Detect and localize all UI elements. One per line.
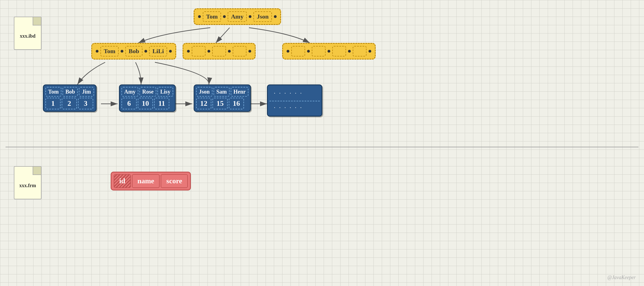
- leaf-2-name-2: Lisy: [157, 87, 173, 97]
- leaf-3-num-row: 12 15 16: [196, 98, 248, 109]
- schema-name-cell: name: [132, 174, 160, 188]
- leaf-2-name-1: Rose: [139, 87, 156, 97]
- leaf-1-name-2: Jim: [79, 87, 94, 97]
- btree-l2r-cell-3: [353, 46, 367, 56]
- dot: [228, 50, 231, 53]
- dot: [249, 15, 251, 18]
- leaf-1-num-0: 1: [45, 98, 61, 109]
- ibd-file-label: xxx.ibd: [20, 33, 36, 39]
- leaf-2-name-row: Amy Rose Lisy: [121, 87, 173, 97]
- schema-id-cell: id: [114, 174, 131, 188]
- leaf-4-dots-top: · · · · · ·: [274, 90, 303, 97]
- leaf-3-num-1: 15: [212, 98, 228, 109]
- dot: [307, 50, 310, 53]
- dot: [207, 50, 210, 53]
- leaf-node-4: · · · · · · · · · · · ·: [267, 84, 322, 117]
- leaf-2-name-0: Amy: [121, 87, 138, 97]
- btree-l2r-cell-1: [312, 46, 326, 56]
- btree-level2-mid: [183, 43, 256, 60]
- section-divider: [6, 147, 638, 147]
- leaf-node-2: Amy Rose Lisy 6 10 11: [119, 84, 176, 112]
- btree-l2l-cell-0: Tom: [100, 46, 119, 56]
- btree-level2-left: Tom Bob LiLi: [91, 43, 176, 60]
- frm-file-icon: xxx.frm: [14, 166, 41, 199]
- ibd-file-icon: xxx.ibd: [14, 17, 41, 50]
- leaf-4-dots-2: · · · · · ·: [269, 101, 320, 114]
- dot: [121, 50, 123, 53]
- dot: [96, 50, 98, 53]
- btree-l2r-cell-0: [291, 46, 305, 56]
- leaf-4-dots-bottom: · · · · · ·: [274, 104, 303, 111]
- btree-level2-right: [282, 43, 376, 60]
- leaf-2-num-1: 10: [138, 98, 153, 109]
- leaf-3-num-0: 12: [196, 98, 211, 109]
- leaf-4-dots-1: · · · · · ·: [269, 87, 320, 100]
- btree-l2l-cell-1: Bob: [125, 46, 142, 56]
- leaf-1-num-row: 1 2 3: [45, 98, 94, 109]
- btree-l2r-cell-2: [332, 46, 346, 56]
- btree-root-cell-2: Json: [253, 11, 272, 22]
- leaf-1-num-1: 2: [62, 98, 77, 109]
- leaf-1-name-1: Bob: [63, 87, 78, 97]
- btree-l2m-cell-2: [233, 46, 246, 56]
- leaf-3-name-0: Json: [196, 87, 212, 97]
- leaf-3-num-2: 16: [229, 98, 244, 109]
- dot: [198, 15, 201, 18]
- btree-root-cell-1: Amy: [228, 11, 247, 22]
- dot: [274, 15, 277, 18]
- leaf-1-num-2: 3: [78, 98, 93, 109]
- leaf-1-name-row: Tom Bob Jim: [45, 87, 94, 97]
- dot: [348, 50, 351, 53]
- btree-l2m-cell-1: [212, 46, 226, 56]
- dot: [328, 50, 330, 53]
- btree-root-cell-0: Tom: [203, 11, 221, 22]
- schema-score-cell: score: [161, 174, 188, 188]
- dot: [248, 50, 251, 53]
- btree-l2m-cell-0: [192, 46, 206, 56]
- btree-l2l-cell-2: LiLi: [149, 46, 167, 56]
- leaf-3-name-2: Henr: [231, 87, 248, 97]
- dot: [187, 50, 190, 53]
- leaf-2-num-2: 11: [154, 98, 169, 109]
- dot: [368, 50, 371, 53]
- dot: [144, 50, 147, 53]
- btree-root-node: Tom Amy Json: [194, 8, 281, 25]
- dot: [223, 15, 226, 18]
- dot: [169, 50, 172, 53]
- leaf-2-num-row: 6 10 11: [121, 98, 173, 109]
- leaf-node-3: Json Sam Henr 12 15 16: [194, 84, 251, 112]
- leaf-1-name-0: Tom: [45, 87, 61, 97]
- frm-file-label: xxx.frm: [19, 183, 36, 189]
- watermark: @JavaKeeper: [607, 275, 636, 280]
- leaf-2-num-0: 6: [121, 98, 137, 109]
- leaf-3-name-1: Sam: [214, 87, 230, 97]
- schema-container: id name score: [111, 172, 191, 190]
- leaf-3-name-row: Json Sam Henr: [196, 87, 248, 97]
- leaf-node-1: Tom Bob Jim 1 2 3: [43, 84, 97, 112]
- dot: [287, 50, 289, 53]
